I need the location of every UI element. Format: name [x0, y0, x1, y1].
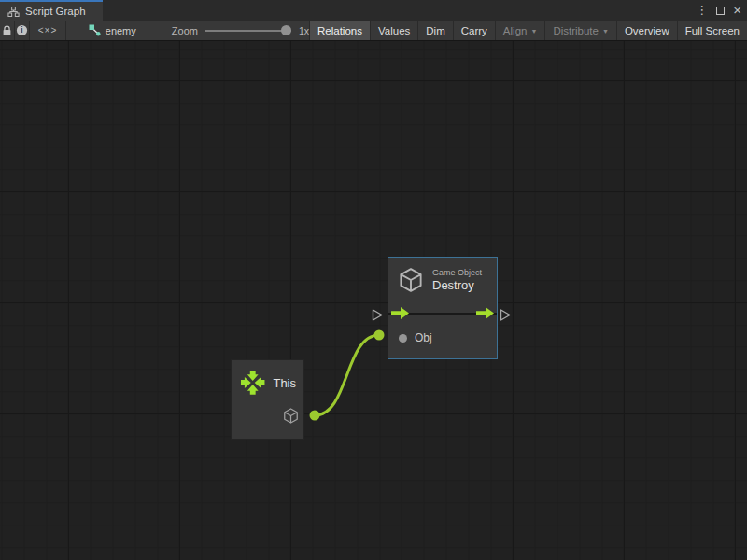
game-object-cube-icon	[397, 266, 425, 294]
flow-input-port-icon[interactable]	[372, 308, 384, 322]
graph-name: enemy	[106, 25, 136, 36]
zoom-slider-handle[interactable]	[281, 25, 291, 35]
obj-input-port-row[interactable]: Obj	[388, 325, 497, 344]
align-dropdown[interactable]: Align ▼	[496, 21, 546, 40]
node-this-header: This	[232, 360, 303, 402]
flow-ports-row	[388, 302, 497, 325]
zoom-label: Zoom	[172, 25, 198, 36]
script-graph-window: Script Graph ⋮ × i <×>	[0, 0, 747, 560]
flow-output-port-icon[interactable]	[500, 308, 512, 322]
toolbar-middle: enemy Zoom 1x	[66, 21, 310, 40]
title-bar: Script Graph ⋮ ×	[0, 0, 747, 21]
relations-button[interactable]: Relations	[310, 21, 371, 40]
overview-button[interactable]: Overview	[617, 21, 678, 40]
lock-button[interactable]	[0, 21, 15, 40]
connection-layer	[0, 41, 747, 560]
code-icon: <×>	[38, 25, 58, 35]
values-button[interactable]: Values	[371, 21, 418, 40]
script-graph-asset-icon	[89, 24, 101, 36]
dim-button[interactable]: Dim	[418, 21, 453, 40]
node-destroy-header: Game Object Destroy	[388, 258, 497, 300]
info-icon: i	[16, 24, 28, 36]
fullscreen-button[interactable]: Full Screen	[678, 21, 747, 40]
tab-script-graph[interactable]: Script Graph	[0, 0, 103, 21]
graph-canvas[interactable]: Game Object Destroy Obj	[0, 41, 747, 560]
node-title: This	[273, 376, 296, 390]
tab-title: Script Graph	[25, 6, 86, 17]
graph-tree-icon	[7, 6, 20, 18]
zoom-control: Zoom 1x	[172, 25, 309, 36]
obj-port-dot[interactable]	[399, 334, 407, 343]
flow-in-arrow-icon[interactable]	[391, 307, 409, 319]
connection-end-dot[interactable]	[374, 330, 385, 341]
window-controls: ⋮ ×	[696, 0, 741, 21]
node-title: Destroy	[432, 278, 482, 292]
node-destroy[interactable]: Game Object Destroy Obj	[388, 257, 498, 359]
graph-reference[interactable]: enemy	[89, 24, 136, 36]
node-this[interactable]: This	[231, 359, 304, 440]
node-category: Game Object	[432, 268, 482, 277]
svg-text:i: i	[21, 25, 22, 35]
info-button[interactable]: i	[15, 21, 31, 40]
chevron-down-icon: ▼	[530, 28, 537, 35]
zoom-slider[interactable]	[205, 30, 291, 32]
flow-out-arrow-icon[interactable]	[476, 307, 494, 319]
connection-start-dot[interactable]	[310, 411, 320, 421]
close-icon[interactable]: ×	[733, 0, 741, 21]
chevron-down-icon: ▼	[602, 28, 609, 35]
maximize-icon[interactable]	[716, 7, 725, 15]
distribute-dropdown[interactable]: Distribute ▼	[545, 21, 617, 40]
code-view-button[interactable]: <×>	[30, 21, 66, 40]
this-converge-arrows-icon	[240, 369, 265, 397]
carry-button[interactable]: Carry	[454, 21, 496, 40]
toolbar: i <×> enemy Zoom 1x	[0, 21, 747, 41]
lock-icon	[1, 24, 13, 37]
obj-port-label: Obj	[415, 331, 432, 344]
flow-connection-wire[interactable]	[315, 335, 379, 415]
gameobject-output-port-icon[interactable]	[282, 407, 300, 425]
menu-icon[interactable]: ⋮	[696, 0, 708, 21]
zoom-value: 1x	[299, 25, 309, 36]
